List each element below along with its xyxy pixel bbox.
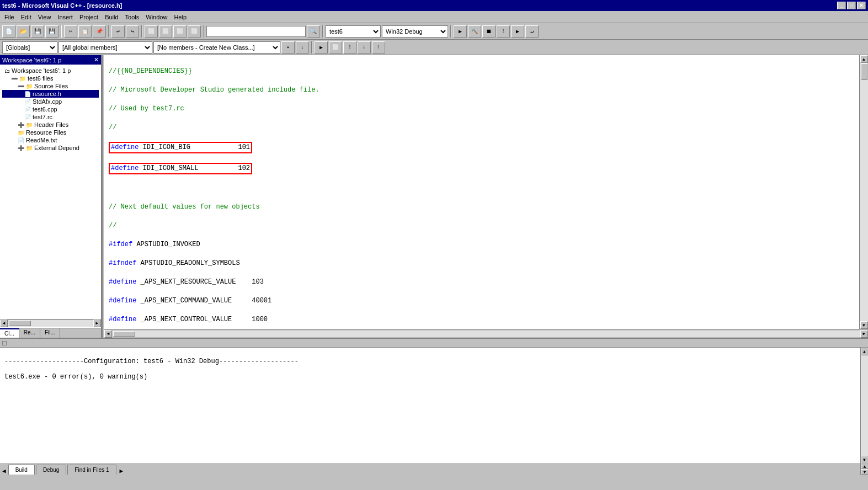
- cut-button[interactable]: ✂: [64, 25, 77, 38]
- tree-stdafx-cpp[interactable]: 📄 StdAfx.cpp: [2, 98, 99, 105]
- sep2: [108, 25, 109, 38]
- code-line-3: // Used by test7.rc: [109, 104, 855, 114]
- step-button[interactable]: ↵: [525, 25, 539, 38]
- test6-files-label: test6 files: [28, 75, 53, 82]
- output-tab-debug[interactable]: Debug: [36, 465, 66, 475]
- menu-view[interactable]: View: [35, 13, 55, 22]
- debug-button[interactable]: !: [497, 25, 510, 38]
- class-btn2[interactable]: ⬜: [329, 41, 342, 54]
- new-file-button[interactable]: 📄: [2, 25, 15, 38]
- title-text: test6 - Microsoft Visual C++ - [resource…: [2, 2, 837, 9]
- class-btn3[interactable]: !: [343, 41, 356, 54]
- tab-class[interactable]: Cl...: [0, 328, 19, 338]
- tree-readme[interactable]: 📄 ReadMe.txt: [2, 136, 99, 144]
- btn8[interactable]: ⬜: [188, 25, 201, 38]
- run-button[interactable]: ▶: [511, 25, 524, 38]
- class-dropdown[interactable]: [No members - Create New Class...]: [153, 41, 280, 54]
- sep4: [203, 25, 204, 38]
- copy-button[interactable]: 📋: [78, 25, 92, 38]
- tab-resource[interactable]: Re...: [19, 328, 40, 338]
- search-icon[interactable]: 🔍: [307, 25, 320, 38]
- tree-test6-cpp[interactable]: 📄 test6.cpp: [2, 105, 99, 113]
- menu-window[interactable]: Window: [142, 13, 171, 22]
- output-tabs-right-icon: ▶: [118, 467, 126, 475]
- resource-files-label: Resource Files: [26, 129, 66, 136]
- editor-scroll-down[interactable]: ▼: [860, 321, 868, 329]
- config-dropdown[interactable]: Win32 Debug: [382, 25, 448, 38]
- output-resize-icon[interactable]: [2, 341, 7, 345]
- save-button[interactable]: 💾: [31, 25, 44, 38]
- header-folder-icon: 📁: [26, 122, 33, 128]
- menu-insert[interactable]: Insert: [54, 13, 76, 22]
- btn5[interactable]: ⬜: [145, 25, 158, 38]
- menu-build[interactable]: Build: [102, 13, 121, 22]
- editor-scroll-track: [860, 63, 868, 321]
- maximize-button[interactable]: □: [847, 2, 856, 9]
- close-button[interactable]: ✕: [857, 2, 866, 9]
- tree-resource-h[interactable]: 📄 resource.h: [2, 90, 99, 98]
- tree-resource-files[interactable]: 📁 Resource Files: [2, 129, 99, 136]
- class-btn5[interactable]: ↑: [372, 41, 385, 54]
- output-scroll-up[interactable]: ▲: [861, 348, 869, 355]
- menu-help[interactable]: Help: [171, 13, 190, 22]
- tree-source-files[interactable]: ➖ 📁 Source Files: [2, 82, 99, 90]
- redo-button[interactable]: ↪: [126, 25, 139, 38]
- compile-button[interactable]: ▶: [454, 25, 467, 38]
- main-area: Workspace 'test6': 1 p ✕ 🗂 Workspace 'te…: [0, 55, 868, 338]
- code-line-10: #ifdef APSTUDIO_INVOKED: [109, 240, 855, 249]
- editor-vscrollbar: ▲ ▼: [859, 55, 868, 329]
- resource-files-icon: 📁: [18, 130, 24, 136]
- build-button[interactable]: 🔨: [468, 25, 481, 38]
- menu-project[interactable]: Project: [76, 13, 102, 22]
- editor-hscroll-thumb[interactable]: [113, 331, 135, 337]
- output-tab-find[interactable]: Find in Files 1: [67, 465, 116, 475]
- stop-build-button[interactable]: ⏹: [482, 25, 496, 38]
- btn6[interactable]: ⬜: [159, 25, 172, 38]
- editor-scroll-up[interactable]: ▲: [860, 55, 868, 63]
- editor-scroll-right[interactable]: ▶: [860, 330, 868, 338]
- tree-test6-files[interactable]: ➖ 📁 test6 files: [2, 74, 99, 82]
- save-all-button[interactable]: 💾: [45, 25, 58, 38]
- class-btn4[interactable]: ↓: [358, 41, 371, 54]
- class-btn1[interactable]: ▶: [315, 41, 328, 54]
- search-input[interactable]: [206, 26, 306, 37]
- output-scroll-down[interactable]: ▼: [861, 456, 869, 464]
- sep1: [61, 25, 62, 38]
- undo-button[interactable]: ↩: [111, 25, 125, 38]
- output-right-down[interactable]: ▼: [861, 469, 868, 475]
- scroll-thumb[interactable]: [9, 321, 31, 326]
- ext-dep-icon: ➕: [18, 145, 24, 151]
- tree-workspace-root[interactable]: 🗂 Workspace 'test6': 1 p: [2, 67, 99, 74]
- editor-scroll-left[interactable]: ◀: [104, 330, 112, 338]
- workspace-close-icon[interactable]: ✕: [94, 56, 99, 63]
- stdafx-icon: 📄: [24, 99, 31, 105]
- scope-dropdown[interactable]: [Globals]: [2, 41, 57, 54]
- menu-edit[interactable]: Edit: [18, 13, 35, 22]
- tree-header-files[interactable]: ➕ 📁 Header Files: [2, 121, 99, 129]
- open-file-button[interactable]: 📂: [17, 25, 30, 38]
- tab-file[interactable]: Fil...: [40, 328, 60, 338]
- editor-scroll-thumb[interactable]: [861, 63, 867, 80]
- btn7[interactable]: ⬜: [173, 25, 187, 38]
- output-header: [0, 339, 868, 348]
- paste-button[interactable]: 📌: [93, 25, 106, 38]
- output-tab-build[interactable]: Build: [8, 465, 35, 475]
- tree-external-deps[interactable]: ➕ 📁 External Depend: [2, 144, 99, 152]
- members-dropdown[interactable]: [All global members]: [58, 41, 152, 54]
- workspace-tabs: Cl... Re... Fil...: [0, 328, 101, 338]
- editor-hscrollbar: ◀ ▶: [104, 329, 868, 338]
- output-right-up[interactable]: ▲: [861, 464, 868, 469]
- project-dropdown[interactable]: test6: [326, 25, 381, 38]
- scroll-right-btn[interactable]: ▶: [93, 319, 101, 327]
- output-right-arrows: ▲ ▼: [860, 464, 868, 475]
- code-editor[interactable]: //{{NO_DEPENDENCIES}} // Microsoft Devel…: [104, 55, 859, 329]
- code-line-5: #define IDI_ICON_BIG 101: [109, 142, 855, 153]
- tree-test7-rc[interactable]: 📄 test7.rc: [2, 113, 99, 121]
- wizard-btn2[interactable]: ↓: [296, 41, 309, 54]
- scroll-left-btn[interactable]: ◀: [0, 319, 8, 327]
- menu-file[interactable]: File: [1, 13, 18, 22]
- workspace-h-scrollbar: ◀ ▶: [0, 319, 101, 327]
- wizard-btn1[interactable]: ✦: [281, 41, 295, 54]
- menu-tools[interactable]: Tools: [122, 13, 143, 22]
- minimize-button[interactable]: _: [837, 2, 846, 9]
